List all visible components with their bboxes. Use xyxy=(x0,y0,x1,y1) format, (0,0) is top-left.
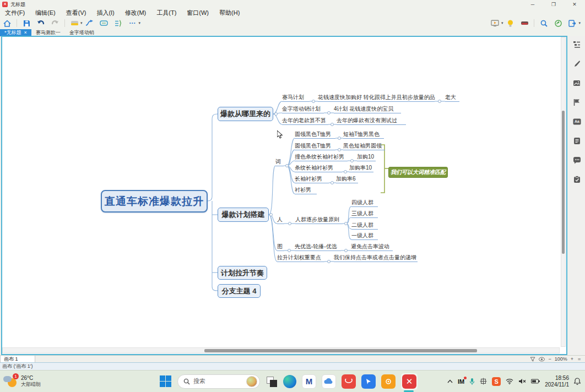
topic-crowd-level1[interactable]: 一级人群 xyxy=(351,232,378,240)
topic-word-5b[interactable]: 加购率6 xyxy=(336,175,358,183)
topic-crowd-level4[interactable]: 四级人群 xyxy=(351,199,378,207)
topic-weight-points[interactable]: 拉升计划权重要点 xyxy=(277,254,324,262)
capture-app-icon[interactable] xyxy=(381,374,396,389)
menu-help[interactable]: 帮助(H) xyxy=(219,9,240,17)
topic-word-2b[interactable]: 黑色短袖男圆领 xyxy=(343,142,385,150)
topic-pyramid-plan[interactable]: 金字塔动销计划 xyxy=(282,105,324,113)
presentation-caret-icon[interactable]: ▾ xyxy=(501,21,503,25)
search-icon[interactable] xyxy=(538,19,549,28)
menu-insert[interactable]: 插入(I) xyxy=(96,9,114,17)
topic-word-5a[interactable]: 长袖衬衫男 xyxy=(295,175,329,183)
topic-laoda[interactable]: 老大 xyxy=(445,94,459,102)
collapse-dot[interactable] xyxy=(438,100,441,103)
menu-tools[interactable]: 工具(T) xyxy=(156,9,176,17)
topic-word-6a[interactable]: 衬衫男 xyxy=(295,186,317,194)
save-icon[interactable] xyxy=(21,19,32,28)
share-icon[interactable] xyxy=(552,19,564,28)
collapse-dot[interactable] xyxy=(344,222,348,225)
collapse-dot[interactable] xyxy=(331,123,334,126)
edge-browser-icon[interactable] xyxy=(283,375,296,388)
topic-avoid-ctr-wave[interactable]: 避免点击率波动 xyxy=(351,243,393,251)
relationship-icon[interactable] xyxy=(84,19,95,28)
tray-battery-icon[interactable] xyxy=(531,379,540,384)
cloud-drive-app-icon[interactable] xyxy=(322,374,336,389)
central-topic[interactable]: 直通车标准爆款拉升 xyxy=(101,190,208,213)
zoom-in-button[interactable]: + xyxy=(571,356,573,362)
export-icon[interactable] xyxy=(567,19,578,28)
branch-where-hits-come-from[interactable]: 爆款从哪里来的 xyxy=(218,107,273,121)
task-icon[interactable] xyxy=(572,175,581,184)
lightbulb-icon[interactable] xyxy=(505,19,516,28)
overview-eye-icon[interactable] xyxy=(539,357,545,362)
branch-topic-4[interactable]: 分支主题 4 xyxy=(218,284,261,298)
tray-notification-bell-icon[interactable] xyxy=(574,378,581,385)
filter-icon[interactable] xyxy=(530,357,535,362)
topic-word-1b[interactable]: 短袖T恤男黑色 xyxy=(343,130,384,139)
collapse-dot[interactable] xyxy=(350,159,354,162)
topic-picture-strategy[interactable]: 先优选-轮播-优选 xyxy=(295,243,341,251)
home-icon[interactable] xyxy=(2,19,13,28)
highlighter-icon[interactable] xyxy=(69,19,80,28)
zoom-out-button[interactable]: − xyxy=(548,356,551,362)
topic-horse-race-plan[interactable]: 赛马计划 xyxy=(282,94,310,102)
tray-snip-icon[interactable] xyxy=(480,378,487,385)
collapse-dot[interactable] xyxy=(285,164,289,167)
vertical-scrollbar-thumb[interactable] xyxy=(562,111,565,254)
collapse-dot[interactable] xyxy=(269,213,273,216)
topic-person[interactable]: 人 xyxy=(277,216,284,224)
topic-picture[interactable]: 图 xyxy=(277,243,284,251)
undo-icon[interactable] xyxy=(35,19,46,28)
collapse-dot[interactable] xyxy=(344,170,347,173)
collapse-dot[interactable] xyxy=(288,249,291,252)
horizontal-scrollbar-thumb[interactable] xyxy=(204,349,477,352)
zoom-fit-button[interactable]: ＝ xyxy=(577,356,582,363)
canvas-tab-1[interactable]: 画布 1 xyxy=(0,356,35,363)
quark-browser-app-icon[interactable] xyxy=(361,374,376,389)
topic-crowd-level3[interactable]: 三级人群 xyxy=(351,210,378,218)
tray-wifi-icon[interactable] xyxy=(506,378,513,384)
collapse-dot[interactable] xyxy=(327,260,331,263)
note-icon[interactable] xyxy=(572,137,581,145)
horizontal-scrollbar[interactable] xyxy=(2,347,560,353)
task-view-button[interactable] xyxy=(266,375,278,388)
minimize-button[interactable]: ─ xyxy=(522,0,543,9)
image-icon[interactable] xyxy=(572,79,581,88)
collapse-dot[interactable] xyxy=(327,111,331,115)
topic-word[interactable]: 词 xyxy=(275,158,284,166)
collapse-dot[interactable] xyxy=(312,100,315,103)
redo-icon[interactable] xyxy=(50,19,61,28)
branch-lift-rhythm[interactable]: 计划拉升节奏 xyxy=(218,266,267,280)
summary-icon[interactable] xyxy=(113,19,124,28)
vertical-scrollbar[interactable] xyxy=(561,37,566,347)
comment-icon[interactable] xyxy=(572,156,581,165)
topic-4plan-fast-spend[interactable]: 4计划 花钱速度快的宝贝 xyxy=(334,105,401,113)
laser-pointer-icon[interactable] xyxy=(519,19,530,28)
more-caret-icon[interactable]: ▾ xyxy=(139,21,141,25)
xmind-taskbar-active[interactable]: ✕ xyxy=(401,373,418,390)
collapse-dot[interactable] xyxy=(338,148,341,151)
mindmaster-app-icon[interactable]: M xyxy=(302,374,316,389)
topic-word-2a[interactable]: 圆领黑色T恤男 xyxy=(295,142,335,150)
collapse-dot[interactable] xyxy=(344,249,348,252)
collapse-dot[interactable] xyxy=(274,112,278,116)
collapse-dot[interactable] xyxy=(338,137,341,140)
menu-view[interactable]: 查看(V) xyxy=(66,9,86,17)
topic-keep-ctr-growth[interactable]: 我们保持点击率或者点击量的递增 xyxy=(334,254,418,262)
topic-word-1a[interactable]: 圆领黑色T恤男 xyxy=(295,130,335,139)
restore-button[interactable]: ❐ xyxy=(543,0,564,9)
topic-word-4a[interactable]: 条纹长袖衬衫男 xyxy=(295,164,342,172)
summary-callout[interactable]: 我们可以大词精准匹配 xyxy=(388,167,448,178)
topic-word-3a[interactable]: 撞色条纹长袖衬衫男 xyxy=(295,153,348,161)
collapse-dot[interactable] xyxy=(331,181,334,184)
collapse-dot[interactable] xyxy=(288,222,291,225)
close-button[interactable]: ✕ xyxy=(564,0,585,9)
outline-icon[interactable] xyxy=(572,40,581,49)
menu-edit[interactable]: 编辑(E) xyxy=(35,9,56,17)
tray-chevron-up-icon[interactable] xyxy=(447,379,453,383)
topic-last-year-tested[interactable]: 去年的爆款有没有测试过 xyxy=(337,117,406,125)
tray-im-icon[interactable]: IM xyxy=(458,378,464,385)
taskbar-search[interactable]: 搜索 xyxy=(177,374,260,389)
tray-sogou-icon[interactable]: S xyxy=(492,377,501,386)
menu-file[interactable]: 文件(F) xyxy=(5,9,25,17)
menu-window[interactable]: 窗口(W) xyxy=(187,9,209,17)
